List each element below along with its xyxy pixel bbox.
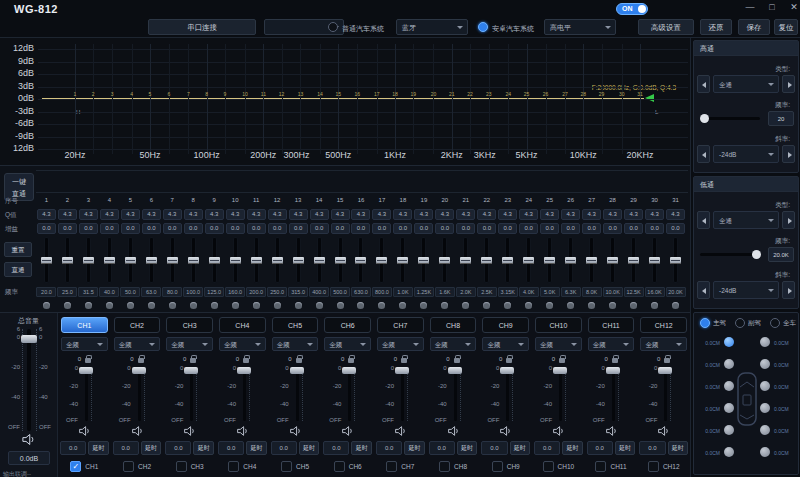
channel-tab[interactable]: CH3 — [166, 317, 213, 333]
band-gain-value[interactable]: 0.0 — [184, 223, 203, 234]
band-gain-slider[interactable] — [505, 237, 510, 283]
channel-type-dropdown[interactable]: 全频 — [114, 337, 161, 351]
band-bypass-dot[interactable] — [43, 302, 50, 309]
channel-type-dropdown[interactable]: 全频 — [377, 337, 424, 351]
master-fader-track[interactable] — [27, 329, 31, 431]
channel-delay-button[interactable]: 延时 — [404, 441, 425, 455]
lock-icon[interactable] — [664, 358, 670, 363]
band-gain-value[interactable]: 0.0 — [205, 223, 224, 234]
hpf-freq-value[interactable]: 20 — [768, 111, 794, 126]
band-gain-slider[interactable] — [44, 237, 49, 283]
restore-button[interactable]: 还原 — [700, 19, 732, 35]
band-gain-slider[interactable] — [86, 237, 91, 283]
channel-fader-track[interactable] — [612, 367, 615, 421]
channel-type-dropdown[interactable]: 全频 — [324, 337, 371, 351]
band-number[interactable]: 11 — [261, 91, 266, 97]
band-gain-slider[interactable] — [379, 237, 384, 283]
channel-link-checkbox[interactable] — [281, 461, 292, 472]
reset-button[interactable]: 复位 — [774, 19, 798, 35]
save-button[interactable]: 保存 — [738, 19, 770, 35]
band-gain-value[interactable]: 0.0 — [351, 223, 370, 234]
band-q-value[interactable]: 4.3 — [268, 209, 287, 220]
band-slider-knob[interactable] — [272, 257, 283, 264]
band-gain-value[interactable]: 0.0 — [666, 223, 685, 234]
band-gain-slider[interactable] — [610, 237, 615, 283]
channel-fader-track[interactable] — [348, 367, 351, 421]
channel-tab[interactable]: CH2 — [114, 317, 161, 333]
band-q-value[interactable]: 4.3 — [540, 209, 559, 220]
band-slider-knob[interactable] — [251, 257, 262, 264]
band-bypass-dot[interactable] — [567, 302, 574, 309]
band-bypass-dot[interactable] — [651, 302, 658, 309]
speaker-dot[interactable] — [724, 381, 734, 391]
channel-gain-value[interactable]: 0.0 — [60, 441, 86, 455]
band-slider-knob[interactable] — [104, 257, 115, 264]
channel-link-checkbox[interactable] — [123, 461, 134, 472]
band-gain-value[interactable]: 0.0 — [79, 223, 98, 234]
channel-type-dropdown[interactable]: 全频 — [535, 337, 582, 351]
channel-link-checkbox[interactable] — [543, 461, 554, 472]
band-bypass-dot[interactable] — [357, 302, 364, 309]
band-q-value[interactable]: 4.3 — [184, 209, 203, 220]
channel-tab[interactable]: CH4 — [219, 317, 266, 333]
band-gain-slider[interactable] — [149, 237, 154, 283]
speaker-dot[interactable] — [760, 381, 770, 391]
channel-gain-value[interactable]: 0.0 — [218, 441, 244, 455]
band-gain-value[interactable]: 0.0 — [268, 223, 287, 234]
channel-delay-button[interactable]: 延时 — [299, 441, 320, 455]
band-q-value[interactable]: 4.3 — [519, 209, 538, 220]
band-number[interactable]: 30 — [619, 91, 625, 97]
band-bypass-dot[interactable] — [546, 302, 553, 309]
hpf-type-dropdown[interactable]: 全通 — [713, 75, 779, 93]
band-slider-knob[interactable] — [146, 257, 157, 264]
band-q-value[interactable]: 4.3 — [561, 209, 580, 220]
channel-delay-button[interactable]: 延时 — [246, 441, 267, 455]
speaker-icon[interactable] — [605, 425, 618, 437]
band-bypass-dot[interactable] — [399, 302, 406, 309]
band-bypass-dot[interactable] — [211, 302, 218, 309]
channel-tab[interactable]: CH10 — [535, 317, 582, 333]
band-slider-knob[interactable] — [188, 257, 199, 264]
channel-fader-track[interactable] — [506, 367, 509, 421]
band-q-value[interactable]: 4.3 — [456, 209, 475, 220]
speaker-dot[interactable] — [724, 403, 734, 413]
band-slider-knob[interactable] — [586, 257, 597, 264]
mode-b-radio[interactable] — [478, 22, 488, 32]
band-number[interactable]: 23 — [486, 91, 492, 97]
band-gain-value[interactable]: 0.0 — [519, 223, 538, 234]
eq-reset-button[interactable]: 重置 — [4, 242, 32, 257]
mode-a-dropdown[interactable]: 蓝牙 — [396, 19, 468, 35]
speaker-icon[interactable] — [183, 425, 196, 437]
band-gain-value[interactable]: 0.0 — [37, 223, 56, 234]
band-bypass-dot[interactable] — [462, 302, 469, 309]
band-q-value[interactable]: 4.3 — [393, 209, 412, 220]
speaker-dot[interactable] — [760, 337, 770, 347]
channel-tab[interactable]: CH1 — [61, 317, 108, 333]
channel-gain-value[interactable]: 0.0 — [376, 441, 402, 455]
band-number[interactable]: 7 — [187, 91, 190, 97]
speaker-icon[interactable] — [447, 425, 460, 437]
channel-link-checkbox[interactable] — [595, 461, 606, 472]
band-number[interactable]: 28 — [581, 91, 587, 97]
band-gain-slider[interactable] — [358, 237, 363, 283]
channel-link-checkbox[interactable]: ✓ — [70, 461, 81, 472]
channel-fader-knob[interactable] — [342, 367, 356, 374]
prev-arrow-button[interactable] — [697, 145, 710, 163]
band-gain-value[interactable]: 0.0 — [645, 223, 664, 234]
lpf-freq-value[interactable]: 20.0K — [768, 247, 794, 262]
band-gain-value[interactable]: 0.0 — [310, 223, 329, 234]
band-q-value[interactable]: 4.3 — [351, 209, 370, 220]
band-number[interactable]: 19 — [410, 91, 416, 97]
channel-tab[interactable]: CH6 — [324, 317, 371, 333]
channel-fader-track[interactable] — [559, 367, 562, 421]
band-gain-value[interactable]: 0.0 — [498, 223, 517, 234]
band-slider-knob[interactable] — [502, 257, 513, 264]
band-slider-knob[interactable] — [460, 257, 471, 264]
band-bypass-dot[interactable] — [127, 302, 134, 309]
band-q-value[interactable]: 4.3 — [414, 209, 433, 220]
band-q-value[interactable]: 4.3 — [372, 209, 391, 220]
channel-fader-track[interactable] — [401, 367, 404, 421]
band-q-value[interactable]: 4.3 — [37, 209, 56, 220]
band-slider-knob[interactable] — [62, 257, 73, 264]
band-q-value[interactable]: 4.3 — [435, 209, 454, 220]
